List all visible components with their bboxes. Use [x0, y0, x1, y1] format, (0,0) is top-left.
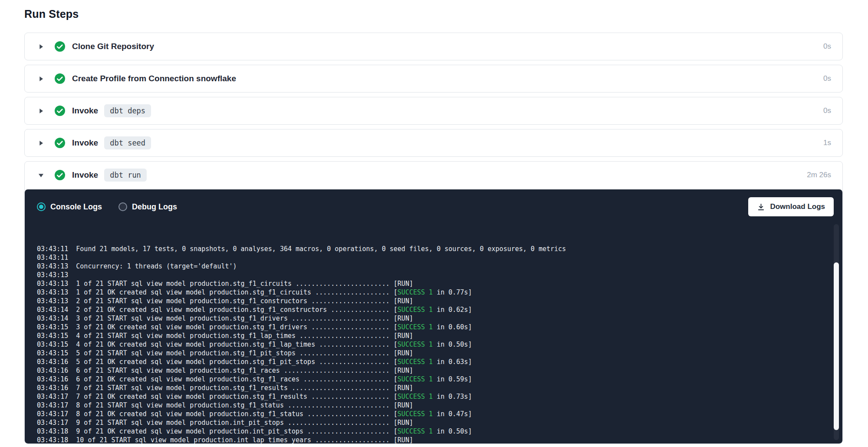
- step-header-dbt-run[interactable]: Invoke dbt run 2m 26s: [25, 162, 842, 189]
- log-line: 03:43:155 of 21 START sql view model pro…: [37, 349, 818, 358]
- console-toolbar: Console Logs Debug Logs Download Logs: [25, 189, 842, 222]
- chevron-down-icon[interactable]: [37, 172, 45, 179]
- log-line: 03:43:167 of 21 START sql view model pro…: [37, 384, 818, 392]
- log-line: 03:43:13: [37, 271, 818, 279]
- console-scrollbar-track[interactable]: [834, 224, 839, 440]
- log-line: 03:43:178 of 21 OK created sql view mode…: [37, 410, 818, 418]
- run-steps-page: Run Steps Clone Git Repository 0s: [24, 0, 843, 447]
- log-line: 03:43:1810 of 21 START sql view model pr…: [37, 436, 818, 444]
- success-check-icon: [54, 137, 66, 149]
- step-card-create-profile: Create Profile from Connection snowflake…: [24, 65, 843, 93]
- success-check-icon: [54, 41, 66, 52]
- step-label: Create Profile from Connection snowflake: [72, 74, 236, 83]
- step-duration: 2m 26s: [807, 171, 831, 179]
- radio-label: Debug Logs: [132, 202, 177, 212]
- success-check-icon: [54, 73, 66, 84]
- log-line: 03:43:131 of 21 OK created sql view mode…: [37, 288, 818, 297]
- step-card-dbt-seed: Invoke dbt seed 1s: [24, 129, 843, 157]
- step-header-dbt-deps[interactable]: Invoke dbt deps 0s: [25, 97, 842, 124]
- step-list: Clone Git Repository 0s Create Profile f…: [24, 33, 843, 444]
- log-line: 03:43:142 of 21 OK created sql view mode…: [37, 305, 818, 314]
- log-line: 03:43:154 of 21 OK created sql view mode…: [37, 340, 818, 349]
- console-panel: Console Logs Debug Logs Download Logs: [25, 189, 842, 444]
- command-chip: dbt run: [104, 169, 147, 182]
- log-line: 03:43:153 of 21 OK created sql view mode…: [37, 323, 818, 331]
- radio-debug-logs[interactable]: Debug Logs: [118, 202, 177, 212]
- log-line: 03:43:11Found 21 models, 17 tests, 0 sna…: [37, 245, 818, 253]
- log-line: 03:43:166 of 21 OK created sql view mode…: [37, 375, 818, 384]
- console-scrollbar-thumb[interactable]: [834, 262, 839, 430]
- log-line: 03:43:131 of 21 START sql view model pro…: [37, 279, 818, 288]
- success-check-icon: [54, 169, 66, 181]
- log-line: 03:43:178 of 21 START sql view model pro…: [37, 401, 818, 410]
- chevron-right-icon[interactable]: [37, 76, 45, 82]
- step-label: Invoke: [72, 106, 98, 116]
- log-line: 03:43:165 of 21 OK created sql view mode…: [37, 358, 818, 366]
- step-label: Invoke: [72, 138, 98, 148]
- log-type-radio-group: Console Logs Debug Logs: [37, 202, 177, 212]
- step-card-dbt-deps: Invoke dbt deps 0s: [24, 97, 843, 125]
- success-check-icon: [54, 105, 66, 116]
- console-log: 03:43:11Found 21 models, 17 tests, 0 sna…: [25, 222, 842, 444]
- log-line: 03:43:154 of 21 START sql view model pro…: [37, 331, 818, 340]
- step-duration: 1s: [823, 139, 831, 147]
- step-header-create-profile[interactable]: Create Profile from Connection snowflake…: [25, 65, 842, 92]
- command-chip: dbt deps: [104, 104, 151, 117]
- step-label: Clone Git Repository: [72, 42, 154, 51]
- log-line: 03:43:189 of 21 OK created sql view mode…: [37, 427, 818, 436]
- step-label: Invoke: [72, 170, 98, 180]
- log-line: 03:43:166 of 21 START sql view model pro…: [37, 366, 818, 375]
- radio-selected-icon[interactable]: [37, 202, 46, 211]
- log-line: 03:43:13Concurrency: 1 threads (target='…: [37, 262, 818, 271]
- command-chip: dbt seed: [104, 136, 151, 149]
- step-card-clone-git: Clone Git Repository 0s: [24, 33, 843, 60]
- download-logs-button[interactable]: Download Logs: [748, 197, 834, 216]
- radio-console-logs[interactable]: Console Logs: [37, 202, 102, 212]
- page-title: Run Steps: [24, 8, 843, 20]
- chevron-right-icon[interactable]: [37, 43, 45, 50]
- step-duration: 0s: [823, 106, 831, 115]
- step-duration: 0s: [823, 74, 831, 83]
- step-header-clone-git[interactable]: Clone Git Repository 0s: [25, 33, 842, 60]
- step-card-dbt-run: Invoke dbt run 2m 26s Console Logs Debug…: [24, 161, 843, 444]
- step-duration: 0s: [823, 42, 831, 51]
- log-line: 03:43:179 of 21 START sql view model pro…: [37, 418, 818, 427]
- radio-label: Console Logs: [50, 202, 102, 212]
- step-header-dbt-seed[interactable]: Invoke dbt seed 1s: [25, 129, 842, 156]
- log-line: 03:43:143 of 21 START sql view model pro…: [37, 314, 818, 323]
- download-logs-label: Download Logs: [770, 202, 825, 211]
- download-icon: [757, 203, 765, 211]
- chevron-right-icon[interactable]: [37, 108, 45, 114]
- log-line: 03:43:11: [37, 253, 818, 262]
- chevron-right-icon[interactable]: [37, 140, 45, 146]
- log-line: 03:43:177 of 21 OK created sql view mode…: [37, 392, 818, 401]
- log-line: 03:43:132 of 21 START sql view model pro…: [37, 297, 818, 305]
- radio-unselected-icon[interactable]: [118, 202, 127, 211]
